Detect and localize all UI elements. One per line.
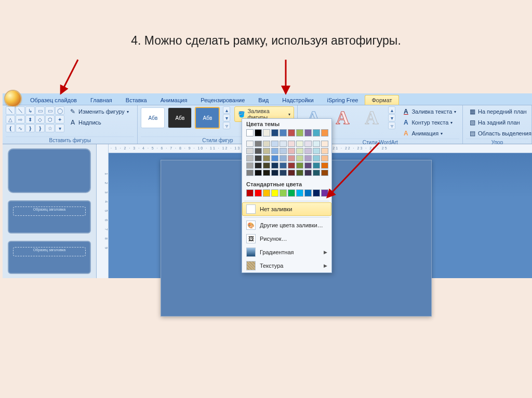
color-swatch[interactable] (263, 170, 270, 176)
color-swatch[interactable] (263, 129, 270, 136)
color-swatch[interactable] (288, 162, 295, 169)
tab-view[interactable]: Вид (251, 95, 275, 105)
bring-front-button[interactable]: ▦ На передний план (466, 106, 532, 117)
wordart-thumb[interactable]: А (359, 107, 384, 129)
gallery-down-icon[interactable]: ▾ (388, 114, 395, 121)
shape-style-gallery[interactable]: Абв Абв Абв ▴ ▾ ▿ (141, 106, 230, 129)
color-swatch[interactable] (246, 129, 254, 136)
gallery-down-icon[interactable]: ▾ (223, 114, 230, 121)
shape-arrow-icon[interactable]: ⇨ (16, 115, 25, 123)
shape-more-icon[interactable]: ▾ (55, 124, 64, 132)
color-swatch[interactable] (271, 141, 278, 147)
color-swatch[interactable] (246, 162, 254, 169)
gradient-fill-item[interactable]: Градиентная ▶ (242, 245, 331, 259)
color-swatch[interactable] (263, 141, 270, 147)
shape-hex-icon[interactable]: ⬡ (45, 115, 55, 123)
color-swatch[interactable] (321, 162, 328, 169)
shape-curve-icon[interactable]: ∿ (16, 124, 25, 132)
tab-slide-master[interactable]: Образец слайдов (23, 95, 84, 105)
color-swatch[interactable] (280, 129, 287, 136)
color-swatch[interactable] (271, 148, 278, 154)
picture-fill-item[interactable]: 🖼 Рисунок… (242, 232, 331, 245)
color-swatch[interactable] (288, 189, 295, 197)
color-swatch[interactable] (313, 141, 320, 147)
color-swatch[interactable] (271, 189, 278, 197)
color-swatch[interactable] (280, 189, 287, 197)
color-swatch[interactable] (255, 155, 262, 161)
color-swatch[interactable] (263, 189, 270, 197)
shape-rect-icon[interactable]: ▭ (35, 106, 45, 115)
color-swatch[interactable] (313, 148, 320, 154)
layout-thumbnail[interactable] (8, 241, 91, 274)
shape-brace-icon[interactable]: ❵ (25, 124, 35, 132)
color-swatch[interactable] (271, 129, 278, 136)
color-swatch[interactable] (255, 170, 262, 176)
selection-pane-button[interactable]: ▤ Область выделения (466, 128, 532, 139)
color-swatch[interactable] (321, 155, 328, 161)
color-swatch[interactable] (296, 155, 303, 161)
color-swatch[interactable] (321, 129, 328, 136)
shape-brace-icon[interactable]: ❴ (6, 124, 15, 132)
color-swatch[interactable] (288, 155, 295, 161)
color-swatch[interactable] (288, 170, 295, 176)
gallery-up-icon[interactable]: ▴ (388, 106, 395, 114)
tab-home[interactable]: Главная (84, 95, 119, 105)
shape-line-icon[interactable]: ＼ (6, 106, 15, 115)
shape-line-icon[interactable]: ＼ (16, 106, 25, 115)
gallery-more-icon[interactable]: ▿ (223, 122, 230, 129)
color-swatch[interactable] (246, 189, 254, 197)
color-swatch[interactable] (313, 155, 320, 161)
gallery-up-icon[interactable]: ▴ (223, 106, 230, 114)
edit-shape-button[interactable]: ✎ Изменить фигуру ▾ (66, 106, 131, 117)
color-swatch[interactable] (321, 148, 328, 154)
texture-fill-item[interactable]: Текстура ▶ (242, 259, 331, 272)
color-swatch[interactable] (321, 141, 328, 147)
color-swatch[interactable] (255, 148, 262, 154)
tab-animation[interactable]: Анимация (154, 95, 194, 105)
color-swatch[interactable] (271, 155, 278, 161)
wordart-thumb[interactable]: А (330, 107, 355, 129)
color-swatch[interactable] (321, 189, 328, 197)
color-swatch[interactable] (271, 170, 278, 176)
shape-fill-dropdown[interactable]: Цвета темы Стандартные цвета Нет заливки… (242, 118, 332, 273)
color-swatch[interactable] (246, 155, 254, 161)
shape-arrow-icon[interactable]: ⬍ (25, 115, 35, 123)
color-swatch[interactable] (255, 141, 262, 147)
shape-rect-icon[interactable]: ▭ (45, 106, 55, 115)
color-swatch[interactable] (313, 189, 320, 197)
color-swatch[interactable] (313, 162, 320, 169)
text-box-button[interactable]: 𝖠 Надпись (66, 117, 131, 128)
color-swatch[interactable] (263, 148, 270, 154)
color-swatch[interactable] (271, 162, 278, 169)
tab-format[interactable]: Формат (365, 95, 398, 105)
color-swatch[interactable] (288, 129, 295, 136)
color-swatch[interactable] (304, 155, 312, 161)
shape-brace-icon[interactable]: ❵ (35, 124, 45, 132)
shape-style-thumb[interactable]: Абв (195, 107, 220, 129)
text-outline-button[interactable]: A Контур текста ▾ (400, 117, 459, 128)
tab-addins[interactable]: Надстройки (275, 95, 320, 105)
color-swatch[interactable] (296, 129, 303, 136)
color-swatch[interactable] (304, 148, 312, 154)
color-swatch[interactable] (296, 170, 303, 176)
color-swatch[interactable] (304, 129, 312, 136)
color-swatch[interactable] (304, 141, 312, 147)
color-swatch[interactable] (304, 170, 312, 176)
slide-thumbnail[interactable] (8, 148, 91, 193)
shape-star-icon[interactable]: ☆ (45, 124, 55, 132)
shape-callout-icon[interactable]: ✦ (55, 115, 64, 123)
color-swatch[interactable] (246, 141, 254, 147)
color-swatch[interactable] (313, 170, 320, 176)
color-swatch[interactable] (313, 129, 320, 136)
gallery-more-icon[interactable]: ▿ (388, 122, 395, 129)
color-swatch[interactable] (321, 170, 328, 176)
color-swatch[interactable] (255, 162, 262, 169)
color-swatch[interactable] (280, 162, 287, 169)
color-swatch[interactable] (304, 162, 312, 169)
color-swatch[interactable] (296, 148, 303, 154)
color-swatch[interactable] (280, 141, 287, 147)
color-swatch[interactable] (280, 148, 287, 154)
color-swatch[interactable] (255, 129, 262, 136)
color-swatch[interactable] (296, 141, 303, 147)
text-effects-button[interactable]: A Анимация ▾ (400, 128, 459, 139)
